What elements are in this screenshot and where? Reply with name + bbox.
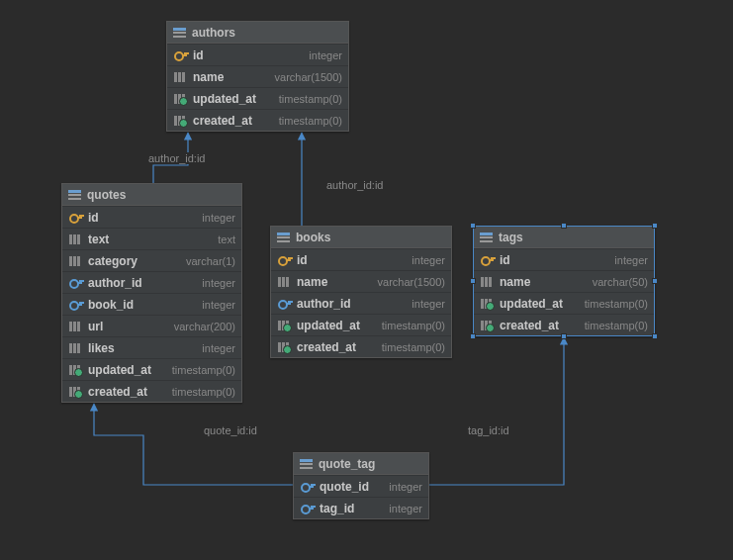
column-row[interactable]: author_idinteger <box>271 292 451 314</box>
column-type: integer <box>412 254 445 266</box>
timestamp-column-icon <box>173 94 187 104</box>
resize-handle-e[interactable] <box>652 278 658 284</box>
column-row[interactable]: namevarchar(50) <box>474 270 654 292</box>
column-row[interactable]: updated_attimestamp(0) <box>271 314 451 335</box>
resize-handle-nw[interactable] <box>470 223 476 229</box>
column-row[interactable]: texttext <box>62 228 241 249</box>
table-icon <box>277 233 290 242</box>
column-row[interactable]: urlvarchar(200) <box>62 315 241 336</box>
column-type: integer <box>412 298 445 310</box>
column-name: text <box>88 233 212 246</box>
column-icon <box>68 234 82 244</box>
column-type: timestamp(0) <box>279 93 342 105</box>
column-row[interactable]: likesinteger <box>62 336 241 358</box>
column-row[interactable]: updated_attimestamp(0) <box>62 358 241 380</box>
timestamp-column-icon <box>480 321 494 330</box>
column-name: id <box>297 253 406 267</box>
column-row[interactable]: categoryvarchar(1) <box>62 249 241 271</box>
table-title: quotes <box>87 188 126 202</box>
resize-handle-sw[interactable] <box>470 333 476 339</box>
timestamp-column-icon <box>277 321 291 330</box>
column-name: id <box>88 211 196 225</box>
relation-label: author_id:id <box>324 179 386 191</box>
timestamp-column-icon <box>68 387 82 397</box>
table-icon <box>480 233 493 242</box>
resize-handle-s[interactable] <box>561 333 567 339</box>
column-type: integer <box>202 299 235 311</box>
column-row[interactable]: idinteger <box>474 248 654 270</box>
column-name: url <box>88 320 168 333</box>
column-type: varchar(50) <box>593 276 648 288</box>
column-name: updated_at <box>193 92 273 106</box>
column-type: varchar(1500) <box>378 276 445 288</box>
foreign-key-icon <box>68 299 82 311</box>
resize-handle-se[interactable] <box>652 333 658 339</box>
column-name: category <box>88 254 180 268</box>
table-header[interactable]: authors <box>167 22 348 44</box>
column-name: updated_at <box>297 319 376 332</box>
column-name: created_at <box>297 340 376 354</box>
column-row[interactable]: updated_attimestamp(0) <box>474 292 654 314</box>
resize-handle-w[interactable] <box>470 278 476 284</box>
column-type: integer <box>389 481 422 493</box>
column-row[interactable]: namevarchar(1500) <box>167 65 348 87</box>
column-type: text <box>218 233 235 245</box>
column-row[interactable]: idinteger <box>62 206 241 228</box>
column-name: quote_id <box>320 480 383 494</box>
column-type: timestamp(0) <box>585 298 648 310</box>
foreign-key-icon <box>300 481 314 493</box>
column-row[interactable]: idinteger <box>167 44 348 65</box>
table-icon <box>173 28 186 38</box>
foreign-key-icon <box>300 503 314 514</box>
column-row[interactable]: idinteger <box>271 248 451 270</box>
table-header[interactable]: tags <box>474 227 654 248</box>
column-row[interactable]: book_idinteger <box>62 293 241 315</box>
primary-key-icon <box>173 49 187 61</box>
column-icon <box>68 256 82 266</box>
primary-key-icon <box>277 254 291 266</box>
column-row[interactable]: created_attimestamp(0) <box>62 380 241 402</box>
timestamp-column-icon <box>68 365 82 375</box>
table-books[interactable]: books idinteger namevarchar(1500) author… <box>270 226 452 358</box>
resize-handle-ne[interactable] <box>652 223 658 229</box>
table-header[interactable]: quote_tag <box>294 453 428 475</box>
table-title: tags <box>499 231 523 244</box>
column-name: id <box>193 48 303 62</box>
table-title: books <box>296 231 330 244</box>
table-authors[interactable]: authors idinteger namevarchar(1500) upda… <box>166 21 349 132</box>
column-row[interactable]: created_attimestamp(0) <box>271 335 451 357</box>
column-row[interactable]: quote_idinteger <box>294 475 428 497</box>
column-name: name <box>297 275 372 289</box>
table-quote-tag[interactable]: quote_tag quote_idinteger tag_idinteger <box>293 452 429 519</box>
table-title: quote_tag <box>319 457 375 471</box>
relation-label: author_id:id <box>146 152 208 164</box>
resize-handle-n[interactable] <box>561 223 567 229</box>
table-title: authors <box>192 26 235 40</box>
column-name: updated_at <box>500 297 579 311</box>
column-name: updated_at <box>88 363 166 377</box>
table-header[interactable]: books <box>271 227 451 248</box>
column-icon <box>68 322 82 331</box>
column-icon <box>68 343 82 353</box>
column-name: created_at <box>88 385 166 399</box>
column-row[interactable]: created_attimestamp(0) <box>474 314 654 335</box>
column-icon <box>173 72 187 82</box>
column-row[interactable]: namevarchar(1500) <box>271 270 451 292</box>
column-name: name <box>193 70 269 84</box>
column-row[interactable]: created_attimestamp(0) <box>167 109 348 131</box>
column-row[interactable]: updated_attimestamp(0) <box>167 87 348 109</box>
column-type: integer <box>202 342 235 354</box>
column-type: varchar(1) <box>186 255 235 267</box>
timestamp-column-icon <box>480 299 494 309</box>
table-header[interactable]: quotes <box>62 184 241 206</box>
foreign-key-icon <box>68 277 82 289</box>
column-type: timestamp(0) <box>279 115 342 127</box>
column-icon <box>277 277 291 287</box>
column-name: likes <box>88 341 196 355</box>
column-row[interactable]: author_idinteger <box>62 271 241 293</box>
column-type: integer <box>389 503 422 514</box>
column-row[interactable]: tag_idinteger <box>294 497 428 518</box>
table-tags[interactable]: tags idinteger namevarchar(50) updated_a… <box>473 226 655 336</box>
column-type: integer <box>309 49 342 61</box>
table-quotes[interactable]: quotes idinteger texttext categoryvarcha… <box>61 183 242 403</box>
